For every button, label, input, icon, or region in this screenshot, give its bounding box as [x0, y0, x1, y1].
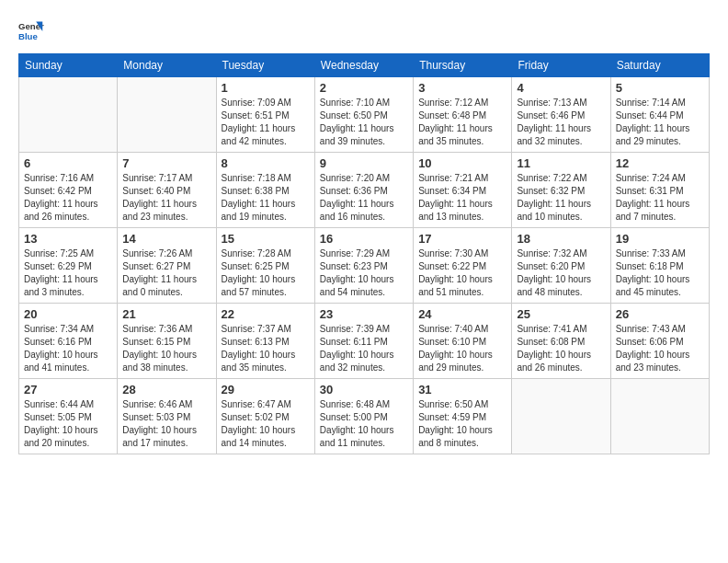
weekday-header-row: SundayMondayTuesdayWednesdayThursdayFrid… — [19, 54, 710, 77]
day-number: 3 — [418, 81, 506, 95]
day-info: Sunrise: 7:14 AM Sunset: 6:44 PM Dayligh… — [616, 97, 704, 148]
day-info: Sunrise: 6:48 AM Sunset: 5:00 PM Dayligh… — [320, 398, 408, 450]
calendar-cell: 12Sunrise: 7:24 AM Sunset: 6:31 PM Dayli… — [610, 153, 709, 228]
svg-text:Blue: Blue — [18, 31, 38, 41]
day-info: Sunrise: 6:46 AM Sunset: 5:03 PM Dayligh… — [122, 398, 210, 450]
calendar-cell: 22Sunrise: 7:37 AM Sunset: 6:13 PM Dayli… — [216, 304, 314, 379]
day-number: 22 — [222, 307, 310, 321]
calendar-cell: 2Sunrise: 7:10 AM Sunset: 6:50 PM Daylig… — [314, 77, 413, 153]
day-number: 5 — [616, 81, 704, 95]
calendar-cell: 5Sunrise: 7:14 AM Sunset: 6:44 PM Daylig… — [610, 77, 709, 153]
calendar-cell: 15Sunrise: 7:28 AM Sunset: 6:25 PM Dayli… — [216, 228, 314, 304]
page-header: General Blue — [18, 18, 710, 44]
day-number: 18 — [517, 232, 605, 246]
day-number: 12 — [616, 156, 704, 170]
weekday-header-friday: Friday — [512, 54, 610, 77]
week-row-1: 1Sunrise: 7:09 AM Sunset: 6:51 PM Daylig… — [19, 77, 710, 153]
day-info: Sunrise: 7:09 AM Sunset: 6:51 PM Dayligh… — [222, 97, 310, 148]
week-row-4: 20Sunrise: 7:34 AM Sunset: 6:16 PM Dayli… — [19, 304, 710, 379]
day-info: Sunrise: 6:50 AM Sunset: 4:59 PM Dayligh… — [418, 398, 506, 450]
day-info: Sunrise: 7:40 AM Sunset: 6:10 PM Dayligh… — [418, 323, 506, 374]
calendar-cell: 21Sunrise: 7:36 AM Sunset: 6:15 PM Dayli… — [118, 304, 216, 379]
calendar-cell — [610, 379, 709, 454]
day-number: 19 — [616, 232, 704, 246]
calendar-cell: 16Sunrise: 7:29 AM Sunset: 6:23 PM Dayli… — [314, 228, 413, 304]
day-number: 9 — [320, 156, 408, 170]
calendar-table: SundayMondayTuesdayWednesdayThursdayFrid… — [18, 53, 710, 454]
day-info: Sunrise: 7:32 AM Sunset: 6:20 PM Dayligh… — [517, 247, 605, 299]
day-number: 16 — [320, 232, 408, 246]
day-number: 4 — [517, 81, 605, 95]
calendar-cell: 20Sunrise: 7:34 AM Sunset: 6:16 PM Dayli… — [19, 304, 118, 379]
calendar-cell: 17Sunrise: 7:30 AM Sunset: 6:22 PM Dayli… — [414, 228, 512, 304]
day-number: 15 — [222, 232, 310, 246]
day-info: Sunrise: 6:47 AM Sunset: 5:02 PM Dayligh… — [222, 398, 310, 450]
calendar-cell — [512, 379, 610, 454]
day-info: Sunrise: 7:24 AM Sunset: 6:31 PM Dayligh… — [616, 172, 704, 224]
day-info: Sunrise: 7:10 AM Sunset: 6:50 PM Dayligh… — [320, 97, 408, 148]
weekday-header-tuesday: Tuesday — [216, 54, 314, 77]
day-number: 6 — [24, 156, 112, 170]
calendar-cell: 7Sunrise: 7:17 AM Sunset: 6:40 PM Daylig… — [118, 153, 216, 228]
calendar-cell: 8Sunrise: 7:18 AM Sunset: 6:38 PM Daylig… — [216, 153, 314, 228]
day-info: Sunrise: 7:43 AM Sunset: 6:06 PM Dayligh… — [616, 323, 704, 374]
day-number: 17 — [418, 232, 506, 246]
calendar-cell: 6Sunrise: 7:16 AM Sunset: 6:42 PM Daylig… — [19, 153, 118, 228]
calendar-cell: 1Sunrise: 7:09 AM Sunset: 6:51 PM Daylig… — [216, 77, 314, 153]
day-info: Sunrise: 7:12 AM Sunset: 6:48 PM Dayligh… — [418, 97, 506, 148]
day-info: Sunrise: 7:34 AM Sunset: 6:16 PM Dayligh… — [24, 323, 112, 374]
day-info: Sunrise: 7:33 AM Sunset: 6:18 PM Dayligh… — [616, 247, 704, 299]
logo-icon: General Blue — [18, 18, 44, 44]
logo: General Blue — [18, 18, 44, 44]
calendar-cell: 31Sunrise: 6:50 AM Sunset: 4:59 PM Dayli… — [414, 379, 512, 454]
calendar-cell: 9Sunrise: 7:20 AM Sunset: 6:36 PM Daylig… — [314, 153, 413, 228]
day-info: Sunrise: 7:21 AM Sunset: 6:34 PM Dayligh… — [418, 172, 506, 224]
day-number: 14 — [122, 232, 210, 246]
calendar-cell: 11Sunrise: 7:22 AM Sunset: 6:32 PM Dayli… — [512, 153, 610, 228]
calendar-cell — [19, 77, 118, 153]
weekday-header-thursday: Thursday — [414, 54, 512, 77]
calendar-cell: 14Sunrise: 7:26 AM Sunset: 6:27 PM Dayli… — [118, 228, 216, 304]
day-number: 30 — [320, 383, 408, 396]
day-number: 29 — [222, 383, 310, 396]
day-number: 23 — [320, 307, 408, 321]
day-info: Sunrise: 7:37 AM Sunset: 6:13 PM Dayligh… — [222, 323, 310, 374]
calendar-cell: 10Sunrise: 7:21 AM Sunset: 6:34 PM Dayli… — [414, 153, 512, 228]
calendar-cell: 19Sunrise: 7:33 AM Sunset: 6:18 PM Dayli… — [610, 228, 709, 304]
weekday-header-saturday: Saturday — [610, 54, 709, 77]
calendar-cell: 30Sunrise: 6:48 AM Sunset: 5:00 PM Dayli… — [314, 379, 413, 454]
week-row-2: 6Sunrise: 7:16 AM Sunset: 6:42 PM Daylig… — [19, 153, 710, 228]
day-info: Sunrise: 7:17 AM Sunset: 6:40 PM Dayligh… — [122, 172, 210, 224]
day-number: 26 — [616, 307, 704, 321]
day-number: 31 — [418, 383, 506, 396]
day-info: Sunrise: 7:22 AM Sunset: 6:32 PM Dayligh… — [517, 172, 605, 224]
weekday-header-monday: Monday — [118, 54, 216, 77]
day-info: Sunrise: 7:13 AM Sunset: 6:46 PM Dayligh… — [517, 97, 605, 148]
calendar-cell: 27Sunrise: 6:44 AM Sunset: 5:05 PM Dayli… — [19, 379, 118, 454]
calendar-cell — [118, 77, 216, 153]
day-info: Sunrise: 7:20 AM Sunset: 6:36 PM Dayligh… — [320, 172, 408, 224]
day-info: Sunrise: 7:18 AM Sunset: 6:38 PM Dayligh… — [222, 172, 310, 224]
calendar-cell: 18Sunrise: 7:32 AM Sunset: 6:20 PM Dayli… — [512, 228, 610, 304]
day-number: 10 — [418, 156, 506, 170]
day-number: 25 — [517, 307, 605, 321]
day-number: 28 — [122, 383, 210, 396]
calendar-cell: 26Sunrise: 7:43 AM Sunset: 6:06 PM Dayli… — [610, 304, 709, 379]
day-number: 11 — [517, 156, 605, 170]
day-info: Sunrise: 6:44 AM Sunset: 5:05 PM Dayligh… — [24, 398, 112, 450]
day-info: Sunrise: 7:36 AM Sunset: 6:15 PM Dayligh… — [122, 323, 210, 374]
day-number: 13 — [24, 232, 112, 246]
calendar-cell: 24Sunrise: 7:40 AM Sunset: 6:10 PM Dayli… — [414, 304, 512, 379]
weekday-header-sunday: Sunday — [19, 54, 118, 77]
day-info: Sunrise: 7:25 AM Sunset: 6:29 PM Dayligh… — [24, 247, 112, 299]
day-info: Sunrise: 7:41 AM Sunset: 6:08 PM Dayligh… — [517, 323, 605, 374]
calendar-cell: 28Sunrise: 6:46 AM Sunset: 5:03 PM Dayli… — [118, 379, 216, 454]
calendar-cell: 25Sunrise: 7:41 AM Sunset: 6:08 PM Dayli… — [512, 304, 610, 379]
day-number: 20 — [24, 307, 112, 321]
day-number: 7 — [122, 156, 210, 170]
day-number: 24 — [418, 307, 506, 321]
calendar-cell: 29Sunrise: 6:47 AM Sunset: 5:02 PM Dayli… — [216, 379, 314, 454]
week-row-3: 13Sunrise: 7:25 AM Sunset: 6:29 PM Dayli… — [19, 228, 710, 304]
day-number: 2 — [320, 81, 408, 95]
calendar-cell: 3Sunrise: 7:12 AM Sunset: 6:48 PM Daylig… — [414, 77, 512, 153]
